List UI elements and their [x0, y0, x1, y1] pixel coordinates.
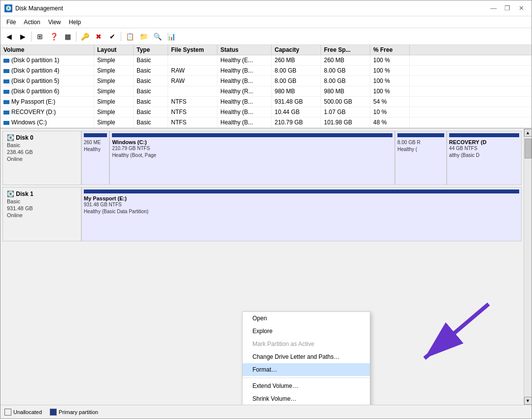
scroll-up-button[interactable]: ▲: [524, 129, 532, 137]
back-button[interactable]: ◀: [2, 30, 15, 43]
td-status: Healthy (B...: [217, 97, 272, 107]
td-status: Healthy (B...: [217, 76, 272, 86]
td-volume: (Disk 0 partition 5): [0, 76, 94, 86]
td-fs: NTFS: [168, 107, 217, 117]
table-row[interactable]: (Disk 0 partition 4) Simple Basic RAW He…: [0, 66, 532, 76]
td-pct: 100 %: [370, 86, 410, 96]
folder-button[interactable]: 📁: [137, 30, 150, 43]
close-button[interactable]: ✕: [515, 3, 528, 13]
partition[interactable]: 260 ME Healthy: [82, 131, 110, 185]
th-type[interactable]: Type: [134, 45, 168, 55]
td-free: 8.00 GB: [321, 66, 370, 76]
td-free: 260 MB: [321, 55, 370, 65]
view-button[interactable]: ▦: [61, 30, 74, 43]
td-capacity: 931.48 GB: [272, 97, 321, 107]
grid-button[interactable]: ⊞: [34, 30, 46, 43]
th-volume[interactable]: Volume: [0, 45, 94, 55]
delete-button[interactable]: ✖: [92, 30, 105, 43]
partition-status: althy (Basic D: [449, 152, 519, 159]
window-title: Disk Management: [15, 5, 63, 12]
table-body: (Disk 0 partition 1) Simple Basic Health…: [0, 55, 532, 128]
td-pct: 48 %: [370, 117, 410, 127]
table-row[interactable]: (Disk 0 partition 6) Simple Basic Health…: [0, 86, 532, 97]
help-button[interactable]: ❓: [47, 30, 60, 43]
disk-row: 💽 Disk 0 Basic 238.46 GB Online 260 ME H…: [2, 131, 522, 185]
th-status[interactable]: Status: [217, 45, 272, 55]
legend-primary-label: Primary partition: [59, 409, 98, 415]
td-pct: 10 %: [370, 107, 410, 117]
chart-button[interactable]: 📊: [165, 30, 177, 43]
th-free[interactable]: Free Sp...: [321, 45, 370, 55]
td-free: 1.07 GB: [321, 107, 370, 117]
toolbar-sep-3: [121, 32, 121, 41]
context-menu-separator: [243, 378, 370, 378]
disk-area-wrapper: 💽 Disk 0 Basic 238.46 GB Online 260 ME H…: [0, 129, 532, 405]
table-row[interactable]: RECOVERY (D:) Simple Basic NTFS Healthy …: [0, 107, 532, 117]
key-button[interactable]: 🔑: [78, 30, 91, 43]
scroll-down-button[interactable]: ▼: [524, 397, 532, 405]
check-button[interactable]: ✔: [106, 30, 119, 43]
table-row[interactable]: My Passport (E:) Simple Basic NTFS Healt…: [0, 97, 532, 107]
forward-button[interactable]: ▶: [16, 30, 29, 43]
th-fs[interactable]: File System: [168, 45, 217, 55]
disk-type: Basic: [7, 198, 77, 204]
td-volume: (Disk 0 partition 6): [0, 86, 94, 96]
partition-status: Healthy (: [397, 146, 444, 153]
partition-status: Healthy: [84, 146, 107, 153]
td-pct: 100 %: [370, 55, 410, 65]
ctx-change-letter[interactable]: Change Drive Letter and Paths…: [243, 350, 370, 363]
context-menu: OpenExploreMark Partition as ActiveChang…: [242, 311, 370, 405]
td-capacity: 260 MB: [272, 55, 321, 65]
scrollbar-thumb[interactable]: [525, 139, 532, 158]
app-icon: 💿: [4, 4, 12, 12]
partition-header: [112, 133, 392, 137]
partition-name: Windows (C:): [112, 139, 392, 145]
scrollbar-track[interactable]: [524, 137, 532, 397]
partition[interactable]: RECOVERY (D 44 GB NTFS althy (Basic D: [447, 131, 521, 185]
td-layout: Simple: [94, 117, 134, 127]
disk-status: Online: [7, 212, 77, 218]
ctx-format[interactable]: Format…: [243, 363, 370, 376]
partition[interactable]: 8.00 GB R Healthy (: [395, 131, 447, 185]
partition-size: 210.79 GB NTFS: [112, 145, 392, 152]
table-row[interactable]: (Disk 0 partition 5) Simple Basic RAW He…: [0, 76, 532, 86]
menu-help[interactable]: Help: [65, 18, 85, 27]
td-fs: RAW: [168, 66, 217, 76]
window-controls: — ❐ ✕: [487, 3, 528, 13]
search-button[interactable]: 🔍: [151, 30, 164, 43]
menu-file[interactable]: File: [2, 18, 20, 27]
th-layout[interactable]: Layout: [94, 45, 134, 55]
ctx-open[interactable]: Open: [243, 312, 370, 325]
partition-name: RECOVERY (D: [449, 139, 519, 145]
legend-unalloc-label: Unallocated: [13, 409, 42, 415]
vertical-scrollbar[interactable]: ▲ ▼: [524, 129, 532, 405]
disk-name: 💽 Disk 1: [7, 190, 77, 197]
legend-unallocated: Unallocated: [4, 409, 42, 416]
partition[interactable]: Windows (C:) 210.79 GB NTFS Healthy (Boo…: [110, 131, 395, 185]
minimize-button[interactable]: —: [487, 3, 500, 13]
table-row[interactable]: Windows (C:) Simple Basic NTFS Healthy (…: [0, 117, 532, 128]
restore-button[interactable]: ❐: [501, 3, 514, 13]
status-bar: Unallocated Primary partition: [0, 405, 532, 419]
ctx-explore[interactable]: Explore: [243, 325, 370, 338]
ctx-shrink[interactable]: Shrink Volume…: [243, 392, 370, 405]
menu-view[interactable]: View: [44, 18, 65, 27]
table-row[interactable]: (Disk 0 partition 1) Simple Basic Health…: [0, 55, 532, 66]
th-capacity[interactable]: Capacity: [272, 45, 321, 55]
td-fs: [168, 90, 217, 93]
toolbar-sep-2: [76, 32, 76, 41]
ctx-extend[interactable]: Extend Volume…: [243, 380, 370, 392]
volume-table: Volume Layout Type File System Status Ca…: [0, 45, 532, 129]
partition-status: Healthy (Basic Data Partition): [84, 208, 519, 215]
partition-header: [397, 133, 444, 137]
clipboard-button[interactable]: 📋: [123, 30, 136, 43]
menu-action[interactable]: Action: [20, 18, 44, 27]
td-capacity: 980 MB: [272, 86, 321, 96]
legend-primary: Primary partition: [50, 409, 98, 416]
disk-type: Basic: [7, 142, 77, 148]
partition[interactable]: My Passport (E:) 931.48 GB NTFS Healthy …: [82, 188, 521, 241]
main-window: 💿 Disk Management — ❐ ✕ File Action View…: [0, 0, 532, 419]
td-status: Healthy (E...: [217, 55, 272, 65]
th-pct[interactable]: % Free: [370, 45, 410, 55]
td-fs: NTFS: [168, 117, 217, 127]
